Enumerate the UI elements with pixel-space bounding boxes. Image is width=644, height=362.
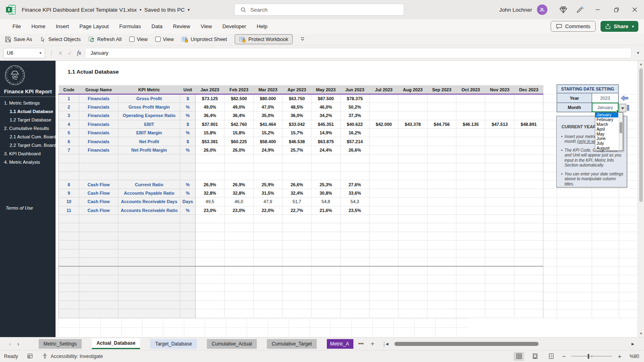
cell[interactable]	[369, 275, 398, 283]
diamond-icon[interactable]	[555, 0, 572, 19]
cell[interactable]	[79, 309, 118, 318]
cell[interactable]	[196, 154, 225, 163]
cell[interactable]	[79, 172, 118, 180]
cell[interactable]	[456, 154, 485, 163]
cell[interactable]	[118, 284, 180, 292]
cell[interactable]	[456, 180, 485, 189]
cell[interactable]: Financials	[79, 103, 118, 111]
cell[interactable]: 36,0%	[283, 111, 312, 120]
cell[interactable]	[456, 206, 485, 214]
cell[interactable]	[485, 103, 514, 111]
cell[interactable]	[180, 249, 196, 257]
file-name-button[interactable]: Finance KPI Dashboard Excel Template V1.…	[22, 7, 190, 13]
protect-workbook-button[interactable]: Protect Workbook	[235, 34, 293, 44]
cell[interactable]	[341, 300, 369, 309]
cell[interactable]	[283, 249, 312, 257]
cell[interactable]	[369, 163, 398, 171]
cell[interactable]	[254, 172, 283, 180]
cell[interactable]	[369, 189, 398, 197]
cell[interactable]: $45.351	[312, 120, 341, 128]
cell[interactable]	[369, 172, 398, 180]
cell[interactable]	[196, 292, 225, 300]
cell[interactable]	[196, 266, 225, 275]
cell[interactable]: 54,8	[312, 197, 341, 206]
terms-of-use-link[interactable]: Terms of Use	[6, 206, 33, 210]
cell[interactable]: $	[180, 137, 196, 146]
cell[interactable]	[514, 197, 543, 206]
cell[interactable]	[118, 163, 180, 171]
cell[interactable]	[456, 146, 485, 154]
unprotect-sheet-button[interactable]: Unprotect Sheet	[182, 36, 227, 43]
cell[interactable]	[427, 223, 456, 232]
cell[interactable]: 31,5%	[254, 189, 283, 197]
zoom-in-button[interactable]: +	[618, 353, 621, 360]
cell[interactable]	[398, 137, 427, 146]
cell[interactable]	[312, 232, 341, 240]
cell[interactable]	[225, 257, 254, 266]
cell[interactable]	[427, 266, 456, 275]
cell[interactable]	[369, 300, 398, 309]
cell[interactable]	[225, 300, 254, 309]
cell[interactable]: Financials	[79, 111, 118, 120]
cell[interactable]	[254, 249, 283, 257]
cell[interactable]	[79, 300, 118, 309]
cell[interactable]: 49,0%	[196, 103, 225, 111]
cell[interactable]: Cash Flow	[79, 206, 118, 214]
menu-item-file[interactable]: File	[7, 23, 26, 29]
cell[interactable]: 46,0	[225, 197, 254, 206]
cell[interactable]: 1	[59, 94, 79, 103]
cell[interactable]	[427, 103, 456, 111]
cell[interactable]	[312, 266, 341, 275]
cell[interactable]	[485, 300, 514, 309]
cell[interactable]: 26,0%	[225, 146, 254, 154]
cell[interactable]: 27,6%	[341, 180, 369, 189]
cell[interactable]: 15,8%	[196, 129, 225, 137]
cell[interactable]	[196, 284, 225, 292]
cell[interactable]	[514, 266, 543, 275]
cell[interactable]	[118, 223, 180, 232]
cell[interactable]: 26,6%	[283, 180, 312, 189]
cell[interactable]	[312, 300, 341, 309]
cell[interactable]	[369, 111, 398, 120]
sidebar-item-2-1-actual-cum-board[interactable]: 2.1 Actual Cum. Board	[0, 133, 56, 141]
user-name[interactable]: John Lochner	[499, 7, 532, 13]
cell[interactable]: 26,9%	[196, 180, 225, 189]
cell[interactable]	[514, 146, 543, 154]
cell[interactable]: $44.756	[427, 120, 456, 128]
cell[interactable]: 25,3%	[312, 180, 341, 189]
cell[interactable]	[456, 292, 485, 300]
cell[interactable]: 4	[59, 120, 79, 128]
zoom-level[interactable]: %80	[627, 354, 639, 359]
cell[interactable]	[514, 206, 543, 214]
cell[interactable]	[369, 309, 398, 318]
cell[interactable]	[79, 275, 118, 283]
cell[interactable]	[427, 94, 456, 103]
cell[interactable]	[485, 154, 514, 163]
cell[interactable]: 15,7%	[283, 129, 312, 137]
cell[interactable]	[341, 232, 369, 240]
restore-button[interactable]	[607, 0, 625, 19]
cell[interactable]: 8	[59, 180, 79, 189]
view-checkbox-2[interactable]: View	[155, 37, 174, 42]
scroll-left-icon[interactable]: ◀	[386, 342, 388, 346]
cell[interactable]	[456, 129, 485, 137]
cell[interactable]	[485, 249, 514, 257]
cell[interactable]	[341, 163, 369, 171]
cell[interactable]	[59, 266, 79, 275]
cell[interactable]	[196, 249, 225, 257]
cell[interactable]: 16,2%	[341, 129, 369, 137]
cell[interactable]	[341, 154, 369, 163]
sidebar-item-1-2-target-database[interactable]: 1.2 Target Database	[0, 116, 56, 124]
cell[interactable]	[398, 111, 427, 120]
month-option-august[interactable]: August	[595, 146, 618, 151]
cell[interactable]	[456, 284, 485, 292]
cell[interactable]: Gross Profit	[118, 94, 180, 103]
cell[interactable]	[312, 292, 341, 300]
cell[interactable]	[398, 309, 427, 318]
sidebar-item-2-cumulative-results[interactable]: 2. Cumulative Results	[0, 124, 56, 133]
month-option-june[interactable]: June	[595, 136, 618, 141]
cell[interactable]	[427, 137, 456, 146]
cell[interactable]	[283, 163, 312, 171]
cell[interactable]	[456, 103, 485, 111]
cell[interactable]	[485, 309, 514, 318]
